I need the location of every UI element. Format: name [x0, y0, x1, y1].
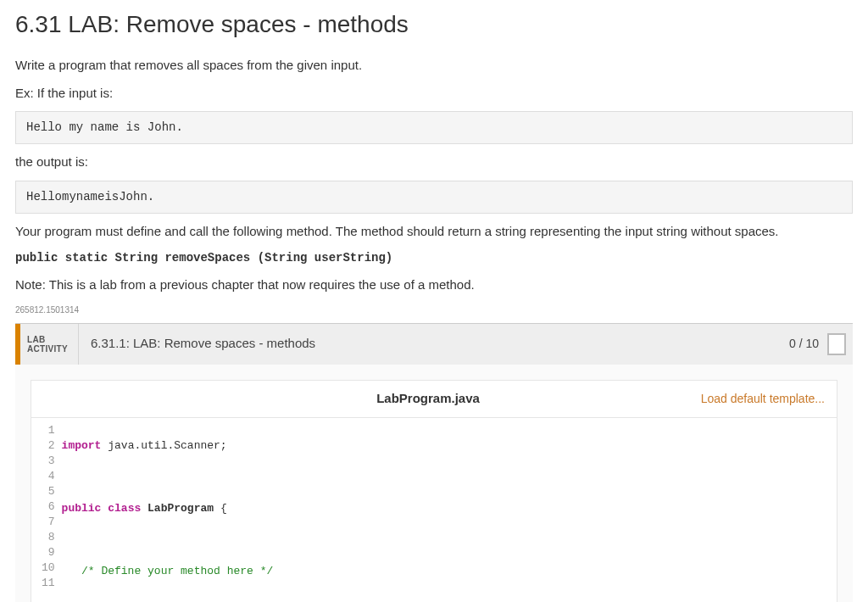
activity-label-bottom: ACTIVITY [27, 344, 68, 354]
code-content[interactable]: import java.util.Scanner; public class L… [62, 423, 837, 603]
score-text: 0 / 10 [789, 335, 819, 353]
example-input-box: Hello my name is John. [15, 111, 853, 144]
example-output-label: the output is: [15, 153, 853, 172]
score-box-icon [827, 333, 846, 355]
activity-header: LAB ACTIVITY 6.31.1: LAB: Remove spaces … [15, 324, 853, 365]
example-output-box: HellomynameisJohn. [15, 181, 853, 214]
note-line: Note: This is a lab from a previous chap… [15, 276, 853, 295]
assignment-id: 265812.1501314 [15, 304, 853, 316]
activity-title: 6.31.1: LAB: Remove spaces - methods [78, 324, 782, 365]
activity-score: 0 / 10 [782, 324, 853, 365]
activity-type-label: LAB ACTIVITY [20, 324, 78, 365]
instruction-line: Write a program that removes all spaces … [15, 56, 853, 75]
file-header: LabProgram.java Load default template... [31, 380, 837, 417]
code-editor[interactable]: 1 2 3 4 5 6 7 8 9 10 11 import java.util… [31, 417, 837, 603]
activity-label-top: LAB [27, 335, 68, 344]
file-name: LabProgram.java [376, 389, 480, 409]
method-signature: public static String removeSpaces (Strin… [15, 249, 853, 267]
line-gutter: 1 2 3 4 5 6 7 8 9 10 11 [31, 423, 62, 603]
page-title: 6.31 LAB: Remove spaces - methods [15, 7, 853, 42]
example-input-label: Ex: If the input is: [15, 84, 853, 103]
load-default-template-link[interactable]: Load default template... [701, 392, 825, 405]
method-description: Your program must define and call the fo… [15, 222, 853, 242]
